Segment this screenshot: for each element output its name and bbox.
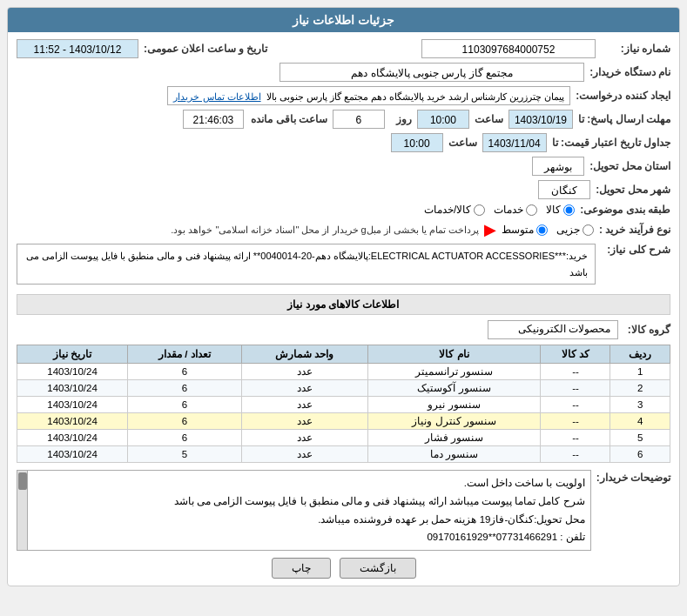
radio-khadamat-label: خدمات <box>494 204 523 216</box>
sherh-kali-label: شرح کلی نیاز: <box>601 244 670 256</box>
radio-motavaset-item[interactable]: متوسط <box>502 224 548 236</box>
shomara-niaz-value: 1103097684000752 <box>421 39 596 58</box>
pardakht-note: پرداخت تمام یا بخشی از مبلg خریدار از مح… <box>171 224 479 236</box>
col-name: نام کالا <box>367 345 541 364</box>
radio-motavaset[interactable] <box>536 224 548 236</box>
mohlat-date: 1403/10/19 <box>509 110 573 129</box>
radio-kala-khadamat-item[interactable]: کالا/خدمات <box>424 204 485 216</box>
table-row: 5--سنسور فشارعدد61403/10/24 <box>17 430 670 446</box>
notes-phone-label: تلفن : <box>560 532 584 542</box>
ostan-value: بوشهر <box>532 157 584 176</box>
jadaval-label: جداول تاریخ اعتبار قیمت: تا <box>552 137 670 149</box>
bargasht-button[interactable]: بازگشت <box>340 558 416 579</box>
nam-dastgah-value: مجتمع گاز پارس جنوبی پالایشگاه دهم <box>280 63 584 82</box>
notes-line1: اولویت با ساخت داخل است. <box>37 474 585 492</box>
tabaqe-label: طبقه بندی موضوعی: <box>580 204 670 216</box>
goods-table: ردیف کد کالا نام کالا واحد شمارش تعداد /… <box>17 345 670 463</box>
notes-phone: 07731466291**09170161929 <box>427 532 557 542</box>
rooz-label: روز <box>390 113 412 125</box>
mohlat-remaining: 21:46:03 <box>183 110 244 129</box>
ettelaat-tamas-link[interactable]: اطلاعات تماس خریدار <box>173 91 260 102</box>
radio-jozee-label: جزیی <box>556 224 580 236</box>
notes-line3: محل تحویل:کنگان-فاز19 هزینه حمل بر عهده … <box>37 511 585 529</box>
tarikh-saat-label: تاریخ و ساعت اعلان عمومی: <box>144 43 267 55</box>
ejad-konande-value: پیمان چترزرین کارشناس ارشد خرید پالایشگا… <box>167 86 570 105</box>
radio-jozee-item[interactable]: جزیی <box>556 224 594 236</box>
shomara-niaz-label: شماره نیاز: <box>601 43 670 55</box>
notes-line2: شرح کامل تماما پیوست میباشد ارائه پیشنها… <box>37 492 585 511</box>
col-tedad: تعداد / مقدار <box>128 345 242 364</box>
col-vahed: واحد شمارش <box>241 345 367 364</box>
radio-jozee[interactable] <box>583 224 594 236</box>
radio-khadamat-item[interactable]: خدمات <box>494 204 537 216</box>
jadaval-date: 1403/11/04 <box>482 133 547 152</box>
mohlat-ersal-label: مهلت ارسال پاسخ: تا <box>578 113 670 125</box>
ostan-label: استان محل تحویل: <box>589 160 670 172</box>
sherh-text: خرید:***ELECTRICAL ACTUATOR ACCESSORIES:… <box>17 244 596 285</box>
table-row: 2--سنسور آکوستیکعدد61403/10/24 <box>17 380 670 397</box>
table-row: 1--سنسور ترانسمیترعدد61403/10/24 <box>17 364 670 380</box>
radio-motavaset-label: متوسط <box>502 224 534 236</box>
col-radif: ردیف <box>610 345 670 364</box>
arrow-icon: ▶ <box>484 220 496 239</box>
radio-kala-khadamat-label: کالا/خدمات <box>424 204 471 216</box>
radio-kala-item[interactable]: کالا <box>546 204 575 216</box>
nam-dastgah-label: نام دستگاه خریدار: <box>589 66 670 78</box>
col-kod: کد کالا <box>541 345 610 364</box>
tarikh-saat-value: 1403/10/12 - 11:52 <box>17 39 138 58</box>
buyer-notes-content: اولویت با ساخت داخل است. شرح کامل تماما … <box>17 470 591 551</box>
saat-label: ساعت <box>475 113 503 125</box>
jadaval-saat-label: ساعت <box>448 137 477 149</box>
shahr-value: کنگان <box>538 180 590 199</box>
gorooh-kala-label: گروه کالا: <box>618 324 670 336</box>
info-section-title: اطلاعات کالاهای مورد نیاز <box>17 294 670 315</box>
saat-baqi-label: ساعت باقی مانده <box>249 113 327 125</box>
table-row: 6--سنسور دماعدد51403/10/24 <box>17 446 670 463</box>
buyer-notes-label: توضیحات خریدار: <box>596 470 670 484</box>
ejad-konande-label: ایجاد کننده درخواست: <box>576 90 670 102</box>
page-title: جزئیات اطلاعات نیاز <box>8 8 679 32</box>
nooe-farayand-label: نوع فرآیند خرید : <box>599 224 670 236</box>
chap-button[interactable]: چاپ <box>272 558 331 579</box>
table-row: 4--سنسور کنترل ونیازعدد61403/10/24 <box>17 413 670 430</box>
radio-kala[interactable] <box>563 204 575 216</box>
jadaval-saat: 10:00 <box>391 133 443 152</box>
scroll-thumb[interactable] <box>18 472 27 490</box>
radio-khadamat[interactable] <box>526 204 537 216</box>
shahr-label: شهر محل تحویل: <box>596 184 670 196</box>
notes-phone-row: تلفن : 07731466291**09170161929 <box>37 528 585 546</box>
gorooh-kala-value: محصولات الکترونیکی <box>488 320 618 339</box>
mohlat-rooz: 6 <box>333 110 385 129</box>
radio-kala-khadamat[interactable] <box>474 204 485 216</box>
mohlat-saat: 10:00 <box>417 110 469 129</box>
radio-kala-label: کالا <box>546 204 561 216</box>
col-tarikh: تاریخ نیاز <box>17 345 128 364</box>
table-row: 3--سنسور نیروعدد61403/10/24 <box>17 397 670 413</box>
